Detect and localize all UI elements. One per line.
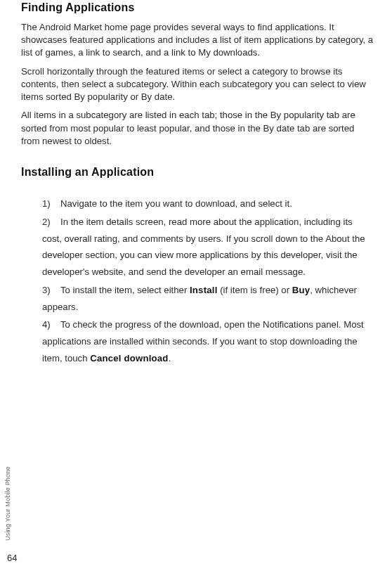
ordered-steps: 1)Navigate to the item you want to downl…: [21, 195, 374, 367]
heading-finding-applications: Finding Applications: [21, 0, 374, 14]
body-paragraph: All items in a subcategory are listed in…: [21, 109, 374, 148]
bold-buy: Buy: [292, 285, 311, 295]
step-text-post: .: [169, 353, 171, 363]
step-item: 2)In the item details screen, read more …: [42, 214, 372, 281]
step-item: 3)To install the item, select either Ins…: [42, 282, 372, 316]
bold-cancel-download: Cancel download: [90, 353, 168, 363]
page-content: Finding Applications The Android Market …: [0, 0, 392, 367]
step-text-mid: (if item is free) or: [218, 285, 292, 295]
step-number: 1): [42, 195, 60, 212]
step-item: 1)Navigate to the item you want to downl…: [42, 195, 372, 212]
heading-installing-application: Installing an Application: [21, 166, 374, 179]
page-number: 64: [7, 553, 17, 563]
step-text-pre: To install the item, select either: [60, 285, 190, 295]
step-item: 4)To check the progress of the download,…: [42, 316, 372, 366]
step-number: 2): [42, 214, 60, 231]
step-text: Navigate to the item you want to downloa…: [60, 198, 292, 209]
body-paragraph: Scroll horizontally through the featured…: [21, 65, 374, 104]
step-text: In the item details screen, read more ab…: [42, 217, 365, 277]
side-section-label: Using Your Mobile Phone: [4, 466, 11, 541]
step-number: 3): [42, 282, 60, 299]
step-number: 4): [42, 316, 60, 333]
bold-install: Install: [190, 285, 218, 295]
body-paragraph: The Android Market home page provides se…: [21, 21, 374, 60]
